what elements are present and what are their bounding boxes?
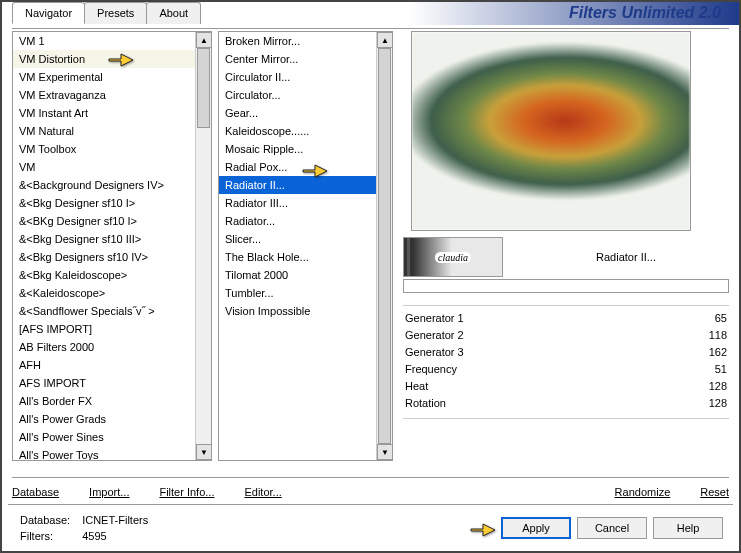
- filter-item[interactable]: Circulator II...: [219, 68, 392, 86]
- logo: claudia: [403, 237, 503, 277]
- param-row[interactable]: Generator 165: [403, 310, 729, 327]
- pointer-icon: [469, 519, 497, 541]
- category-item[interactable]: VM Experimental: [13, 68, 211, 86]
- param-row[interactable]: Frequency51: [403, 361, 729, 378]
- filter-item[interactable]: Radiator...: [219, 212, 392, 230]
- category-item[interactable]: VM Natural: [13, 122, 211, 140]
- param-name: Generator 1: [405, 311, 464, 326]
- reset-button[interactable]: Reset: [700, 486, 729, 498]
- param-value: 118: [709, 328, 727, 343]
- category-item[interactable]: VM 1: [13, 32, 211, 50]
- apply-button[interactable]: Apply: [501, 517, 571, 539]
- param-row[interactable]: Heat128: [403, 378, 729, 395]
- filter-item[interactable]: Gear...: [219, 104, 392, 122]
- category-item[interactable]: AFS IMPORT: [13, 374, 211, 392]
- filter-item[interactable]: Circulator...: [219, 86, 392, 104]
- app-title: Filters Unlimited 2.0: [300, 2, 739, 25]
- category-item[interactable]: All's Power Toys: [13, 446, 211, 460]
- category-item[interactable]: All's Border FX: [13, 392, 211, 410]
- category-item[interactable]: &<Bkg Designer sf10 III>: [13, 230, 211, 248]
- cancel-button[interactable]: Cancel: [577, 517, 647, 539]
- param-value: 65: [715, 311, 727, 326]
- category-item[interactable]: &<Bkg Kaleidoscope>: [13, 266, 211, 284]
- filter-item[interactable]: Center Mirror...: [219, 50, 392, 68]
- param-row[interactable]: Generator 3162: [403, 344, 729, 361]
- param-name: Generator 2: [405, 328, 464, 343]
- filter-info-button[interactable]: Filter Info...: [159, 486, 214, 498]
- param-value: 162: [709, 345, 727, 360]
- tab-presets[interactable]: Presets: [84, 2, 147, 24]
- help-button[interactable]: Help: [653, 517, 723, 539]
- database-button[interactable]: Database: [12, 486, 59, 498]
- filter-item[interactable]: The Black Hole...: [219, 248, 392, 266]
- filter-item[interactable]: Radial Pox...: [219, 158, 392, 176]
- filter-item[interactable]: Tilomat 2000: [219, 266, 392, 284]
- filter-name-label: Radiator II...: [503, 251, 729, 263]
- filter-item[interactable]: Vision Impossible: [219, 302, 392, 320]
- randomize-button[interactable]: Randomize: [615, 486, 671, 498]
- tab-bar: Navigator Presets About: [12, 2, 200, 24]
- param-name: Generator 3: [405, 345, 464, 360]
- category-listbox[interactable]: VM 1VM DistortionVM ExperimentalVM Extra…: [12, 31, 212, 461]
- param-row[interactable]: Rotation128: [403, 395, 729, 412]
- param-value: 128: [709, 379, 727, 394]
- scrollbar-left[interactable]: ▲ ▼: [195, 32, 211, 460]
- param-name: Heat: [405, 379, 428, 394]
- progress-bar: [403, 279, 729, 293]
- category-item[interactable]: [AFS IMPORT]: [13, 320, 211, 338]
- import-button[interactable]: Import...: [89, 486, 129, 498]
- filter-item[interactable]: Tumbler...: [219, 284, 392, 302]
- category-item[interactable]: &<Background Designers IV>: [13, 176, 211, 194]
- param-name: Rotation: [405, 396, 446, 411]
- filter-item[interactable]: Radiator II...: [219, 176, 392, 194]
- preview-image: [411, 31, 691, 231]
- tab-navigator[interactable]: Navigator: [12, 2, 85, 24]
- filter-item[interactable]: Slicer...: [219, 230, 392, 248]
- filter-item[interactable]: Broken Mirror...: [219, 32, 392, 50]
- scrollbar-mid[interactable]: ▲ ▼: [376, 32, 392, 460]
- category-item[interactable]: VM Distortion: [13, 50, 211, 68]
- category-item[interactable]: All's Power Sines: [13, 428, 211, 446]
- param-value: 128: [709, 396, 727, 411]
- category-item[interactable]: &<BKg Designer sf10 I>: [13, 212, 211, 230]
- param-value: 51: [715, 362, 727, 377]
- footer-info: Database:ICNET-Filters Filters:4595: [18, 511, 160, 545]
- filter-item[interactable]: Kaleidoscope......: [219, 122, 392, 140]
- category-item[interactable]: &<Bkg Designers sf10 IV>: [13, 248, 211, 266]
- category-item[interactable]: AFH: [13, 356, 211, 374]
- category-item[interactable]: All's Power Grads: [13, 410, 211, 428]
- tab-about[interactable]: About: [146, 2, 201, 24]
- filter-item[interactable]: Mosaic Ripple...: [219, 140, 392, 158]
- param-name: Frequency: [405, 362, 457, 377]
- category-item[interactable]: &<Kaleidoscope>: [13, 284, 211, 302]
- editor-button[interactable]: Editor...: [244, 486, 281, 498]
- toolbar: Database Import... Filter Info... Editor…: [2, 480, 739, 504]
- filter-listbox[interactable]: Broken Mirror...Center Mirror...Circulat…: [218, 31, 393, 461]
- category-item[interactable]: VM Instant Art: [13, 104, 211, 122]
- category-item[interactable]: VM Extravaganza: [13, 86, 211, 104]
- filter-item[interactable]: Radiator III...: [219, 194, 392, 212]
- category-item[interactable]: AB Filters 2000: [13, 338, 211, 356]
- param-row[interactable]: Generator 2118: [403, 327, 729, 344]
- category-item[interactable]: &<Bkg Designer sf10 I>: [13, 194, 211, 212]
- category-item[interactable]: VM Toolbox: [13, 140, 211, 158]
- category-item[interactable]: &<Sandflower Specials˝v˝ >: [13, 302, 211, 320]
- category-item[interactable]: VM: [13, 158, 211, 176]
